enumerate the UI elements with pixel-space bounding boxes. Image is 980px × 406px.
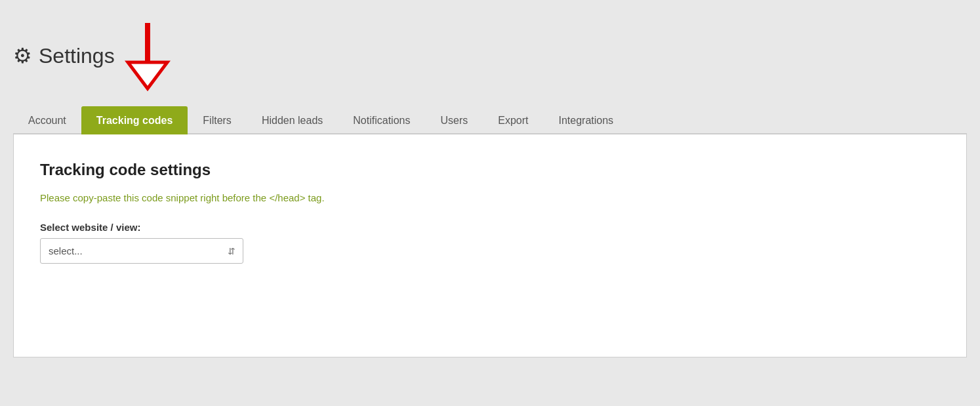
tabs-nav: Account Tracking codes Filters Hidden le… bbox=[13, 105, 967, 134]
tab-hidden-leads[interactable]: Hidden leads bbox=[247, 106, 338, 134]
page-header: ⚙ Settings bbox=[13, 20, 967, 92]
tab-users[interactable]: Users bbox=[425, 106, 483, 134]
select-label: Select website / view: bbox=[40, 222, 940, 233]
tab-notifications[interactable]: Notifications bbox=[338, 106, 425, 134]
gear-icon: ⚙ bbox=[13, 43, 32, 68]
select-wrapper: select... ⇵ bbox=[40, 238, 243, 264]
content-area: Tracking code settings Please copy-paste… bbox=[13, 134, 967, 357]
page-title: Settings bbox=[39, 44, 115, 68]
tab-account[interactable]: Account bbox=[13, 106, 81, 134]
hint-text: Please copy-paste this code snippet righ… bbox=[40, 192, 940, 203]
tab-integrations[interactable]: Integrations bbox=[543, 106, 628, 134]
tab-filters[interactable]: Filters bbox=[188, 106, 247, 134]
tab-tracking-codes[interactable]: Tracking codes bbox=[81, 106, 188, 134]
arrow-annotation bbox=[121, 20, 174, 92]
website-view-select[interactable]: select... bbox=[40, 238, 243, 264]
tab-export[interactable]: Export bbox=[483, 106, 543, 134]
svg-marker-0 bbox=[128, 62, 167, 89]
section-title: Tracking code settings bbox=[40, 161, 940, 179]
